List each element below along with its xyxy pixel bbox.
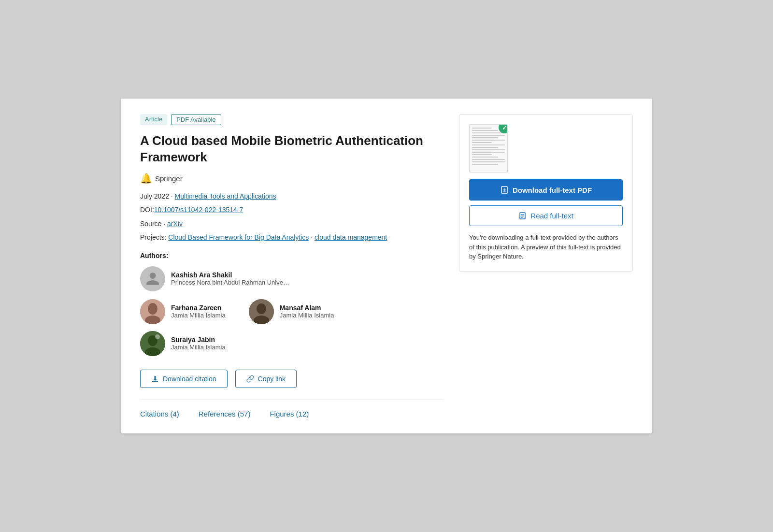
avatar-image: [249, 299, 274, 324]
preview-line: [472, 132, 505, 133]
avatar: [140, 266, 165, 291]
projects-dot: ·: [311, 233, 315, 241]
author-info: Suraiya Jabin Jamia Millia Islamia: [171, 336, 226, 351]
avatar-image: [140, 299, 165, 324]
source-dot: ·: [163, 220, 167, 228]
link-icon: [246, 375, 254, 383]
person-icon: [145, 271, 160, 287]
article-card: Article PDF Available A Cloud based Mobi…: [121, 99, 652, 433]
download-citation-button[interactable]: Download citation: [140, 370, 228, 388]
preview-line: [472, 154, 492, 155]
project2-link[interactable]: cloud data management: [315, 233, 387, 241]
figures-tab[interactable]: Figures (12): [270, 410, 309, 418]
authors-label: Authors:: [140, 252, 444, 259]
document-preview: ✓: [469, 124, 508, 173]
preview-line: [472, 149, 505, 150]
read-fulltext-button[interactable]: Read full-text: [469, 205, 623, 226]
paper-title: A Cloud based Mobile Biometric Authentic…: [140, 133, 444, 166]
download-pdf-label: Download full-text PDF: [513, 186, 592, 194]
preview-line: [472, 142, 492, 143]
meta-doi: DOI:10.1007/s11042-022-13514-7: [140, 204, 444, 215]
preview-line: [472, 157, 498, 158]
meta-source: Source · arXiv: [140, 218, 444, 229]
preview-line: [472, 135, 505, 136]
author-affiliation: Jamia Millia Islamia: [280, 312, 334, 319]
project1-link[interactable]: Cloud Based Framework for Big Data Analy…: [168, 233, 309, 241]
author-name[interactable]: Suraiya Jabin: [171, 336, 226, 344]
badge-row: Article PDF Available: [140, 114, 444, 125]
avatar: [140, 331, 165, 356]
action-row: Download citation Copy link: [140, 370, 444, 388]
authors-section: Authors: Kashish Ara Shakil Princess Nor…: [140, 252, 444, 356]
tab-row: Citations (4) References (57) Figures (1…: [140, 410, 444, 418]
article-badge: Article: [140, 114, 167, 125]
preview-line: [472, 144, 505, 145]
svg-point-4: [257, 303, 266, 314]
author-row: Kashish Ara Shakil Princess Nora bint Ab…: [140, 266, 444, 291]
projects-label: Projects:: [140, 233, 166, 241]
avatar-image: [140, 331, 165, 356]
svg-point-9: [155, 334, 160, 339]
journal-link[interactable]: Multimedia Tools and Applications: [175, 192, 276, 200]
author-name[interactable]: Kashish Ara Shakil: [171, 271, 289, 279]
right-panel: ✓ Download full-text PDF Read: [459, 114, 633, 272]
preview-line: [472, 140, 505, 141]
avatar: [249, 299, 274, 324]
download-icon: [151, 375, 159, 383]
download-citation-label: Download citation: [163, 375, 216, 383]
preview-line: [472, 137, 498, 138]
author-name[interactable]: Farhana Zareen: [171, 304, 226, 312]
preview-line: [472, 128, 492, 129]
read-fulltext-label: Read full-text: [530, 212, 573, 220]
author-info: Mansaf Alam Jamia Millia Islamia: [280, 304, 334, 319]
doi-link[interactable]: 10.1007/s11042-022-13514-7: [154, 206, 243, 214]
author-affiliation: Princess Nora bint Abdul Rahman Unive…: [171, 279, 289, 286]
left-column: Article PDF Available A Cloud based Mobi…: [140, 114, 444, 417]
preview-line: [472, 152, 505, 153]
author-row: Farhana Zareen Jamia Millia Islamia: [140, 299, 226, 324]
doi-label: DOI:: [140, 206, 154, 214]
top-row: Article PDF Available A Cloud based Mobi…: [140, 114, 633, 417]
author-info: Kashish Ara Shakil Princess Nora bint Ab…: [171, 271, 289, 286]
citations-tab[interactable]: Citations (4): [140, 410, 179, 418]
copy-link-button[interactable]: Copy link: [235, 370, 297, 388]
source-label: Source: [140, 220, 161, 228]
read-icon: [518, 212, 527, 220]
pdf-badge: PDF Available: [171, 114, 221, 125]
preview-area: ✓: [469, 124, 623, 173]
source-link[interactable]: arXiv: [167, 220, 183, 228]
author-name[interactable]: Mansaf Alam: [280, 304, 334, 312]
preview-line: [472, 159, 505, 160]
preview-line: [472, 147, 498, 148]
avatar: [140, 299, 165, 324]
publication-date: July 2022: [140, 192, 169, 200]
preview-line: [472, 164, 498, 165]
svg-point-1: [148, 303, 157, 315]
references-tab[interactable]: References (57): [199, 410, 251, 418]
preview-line: [472, 161, 505, 162]
author-info: Farhana Zareen Jamia Millia Islamia: [171, 304, 226, 319]
author-row: Suraiya Jabin Jamia Millia Islamia: [140, 331, 444, 356]
author-affiliation: Jamia Millia Islamia: [171, 312, 226, 319]
section-divider: [140, 400, 444, 400]
preview-line: [472, 130, 498, 131]
download-pdf-button[interactable]: Download full-text PDF: [469, 179, 623, 201]
author-affiliation: Jamia Millia Islamia: [171, 344, 226, 351]
author-row: Mansaf Alam Jamia Millia Islamia: [249, 299, 334, 324]
pdf-download-icon: [500, 186, 509, 194]
publisher-name: Springer: [155, 174, 183, 183]
meta-date-journal: July 2022 · Multimedia Tools and Applica…: [140, 191, 444, 201]
disclaimer-text: You're downloading a full-text provided …: [469, 233, 623, 261]
author-pair-row: Farhana Zareen Jamia Millia Islamia: [140, 299, 444, 324]
meta-projects: Projects: Cloud Based Framework for Big …: [140, 232, 444, 243]
dot-separator: ·: [171, 192, 175, 200]
publisher-logo: 🔔 Springer: [140, 173, 444, 184]
springer-icon: 🔔: [140, 173, 152, 184]
copy-link-label: Copy link: [258, 375, 286, 383]
